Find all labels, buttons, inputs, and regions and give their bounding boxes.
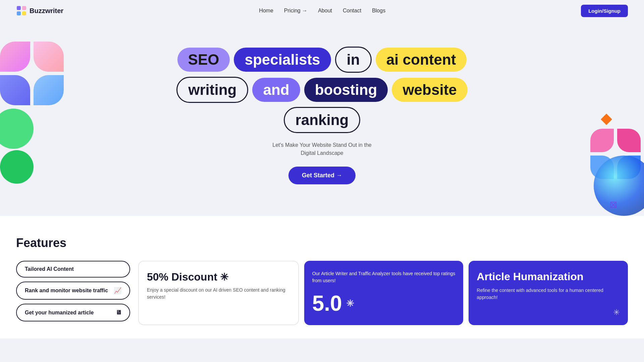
svg-rect-2 bbox=[17, 11, 21, 15]
asterisk-icon: ✳ bbox=[346, 298, 354, 309]
diamond-decoration bbox=[601, 114, 612, 125]
card-article-humanization: Article Humanization Refine the content … bbox=[469, 261, 628, 325]
feature-tailored-ai[interactable]: Tailored AI Content bbox=[16, 261, 130, 278]
svg-rect-1 bbox=[22, 6, 26, 10]
tag-ai-content: ai content bbox=[376, 48, 467, 72]
feature-rank-monitor[interactable]: Rank and monitor website traffic 📈 bbox=[16, 282, 130, 300]
hero-subtitle: Let's Make Your Website Stand Out in the… bbox=[272, 141, 371, 157]
hero-word-grid: SEO specialists in ai content writing an… bbox=[176, 47, 468, 133]
hero-row-3: ranking bbox=[284, 107, 361, 133]
features-layout: Tailored AI Content Rank and monitor web… bbox=[16, 261, 628, 325]
nav-home[interactable]: Home bbox=[259, 8, 273, 13]
feature-humanized[interactable]: Get your humanized article 🖥 bbox=[16, 304, 130, 321]
nav-blogs[interactable]: Blogs bbox=[372, 8, 385, 13]
tag-specialists: specialists bbox=[234, 48, 331, 72]
circles-left-decoration bbox=[0, 109, 34, 184]
tag-boosting: boosting bbox=[304, 78, 388, 102]
card-discount-title: 50% Discount ✳ bbox=[147, 271, 290, 283]
card-discount: 50% Discount ✳ Enjoy a special discount … bbox=[138, 261, 299, 325]
petal-r-tr bbox=[617, 129, 641, 152]
bowtie-decoration: ⊠ bbox=[609, 199, 617, 210]
tag-ranking: ranking bbox=[284, 107, 361, 133]
login-signup-button[interactable]: Login/Signup bbox=[581, 5, 628, 17]
feature-cards: 50% Discount ✳ Enjoy a special discount … bbox=[138, 261, 628, 325]
petal-r-tl bbox=[590, 129, 614, 152]
navbar: Buzzwriter Home Pricing → About Contact … bbox=[0, 0, 644, 21]
logo-icon bbox=[16, 5, 27, 16]
loader-icon: ✳ bbox=[613, 308, 620, 317]
logo-text: Buzzwriter bbox=[30, 7, 63, 15]
hero-row-2: writing and boosting website bbox=[176, 77, 468, 103]
hero-row-1: SEO specialists in ai content bbox=[177, 47, 467, 73]
tag-website: website bbox=[392, 78, 467, 102]
card-article-description: Refine the content with advanced tools f… bbox=[477, 287, 620, 301]
deco-left bbox=[0, 42, 67, 109]
tag-seo: SEO bbox=[177, 48, 230, 72]
logo[interactable]: Buzzwriter bbox=[16, 5, 63, 16]
nav-about[interactable]: About bbox=[318, 8, 332, 13]
nav-pricing[interactable]: Pricing → bbox=[284, 8, 307, 13]
flower-left-decoration bbox=[0, 42, 67, 109]
card-rating-text: Our Article Writer and Traffic Analyzer … bbox=[312, 270, 455, 284]
tag-in: in bbox=[335, 47, 372, 73]
card-discount-description: Enjoy a special discount on our AI drive… bbox=[147, 287, 290, 301]
circle-green-large bbox=[0, 109, 34, 149]
nav-contact[interactable]: Contact bbox=[343, 8, 361, 13]
chart-icon: 📈 bbox=[114, 287, 121, 294]
petal-tl bbox=[0, 42, 30, 72]
card-rating: Our Article Writer and Traffic Analyzer … bbox=[304, 261, 464, 325]
features-list: Tailored AI Content Rank and monitor web… bbox=[16, 261, 130, 321]
svg-rect-0 bbox=[17, 6, 21, 10]
card-rating-score: 5.0 ✳ bbox=[312, 291, 455, 316]
tag-and: and bbox=[252, 78, 300, 102]
sparkle-icon: ✳ bbox=[220, 271, 228, 283]
features-title: Features bbox=[16, 236, 628, 250]
hero-section: ⊠ SEO specialists in ai content writing … bbox=[0, 21, 644, 216]
petal-tr bbox=[34, 42, 64, 72]
monitor-icon: 🖥 bbox=[115, 309, 121, 316]
petal-bl bbox=[0, 75, 30, 105]
get-started-button[interactable]: Get Started → bbox=[288, 167, 356, 184]
card-article-title: Article Humanization bbox=[477, 270, 620, 283]
tag-writing: writing bbox=[176, 77, 248, 103]
circle-green-small bbox=[0, 150, 34, 184]
nav-links: Home Pricing → About Contact Blogs bbox=[259, 8, 385, 14]
features-section: Features Tailored AI Content Rank and mo… bbox=[0, 216, 644, 339]
petal-br bbox=[34, 75, 64, 105]
svg-rect-3 bbox=[22, 11, 26, 15]
